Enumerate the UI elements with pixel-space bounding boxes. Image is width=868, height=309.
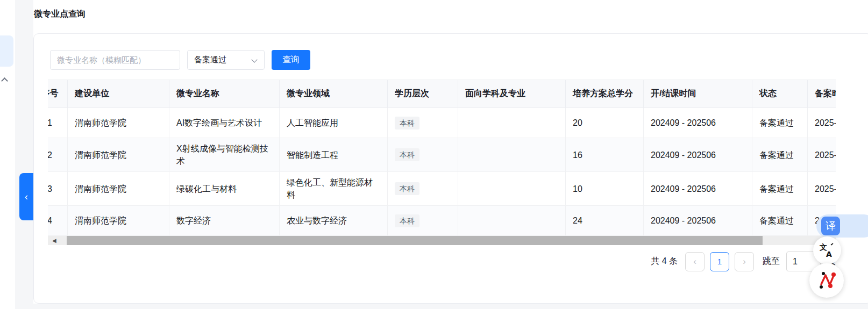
- cell-org: 渭南师范学院: [68, 108, 169, 138]
- translate-language-button[interactable]: 文 A: [813, 236, 841, 264]
- cell-level: 本科: [388, 206, 458, 236]
- cell-period: 202409 - 202506: [644, 172, 752, 206]
- cell-period: 202409 - 202506: [644, 206, 752, 236]
- cell-period: 202409 - 202506: [644, 108, 752, 138]
- table-row: 2渭南师范学院X射线成像与智能检测技术智能制造工程本科16202409 - 20…: [48, 138, 836, 172]
- cell-credits: 20: [566, 108, 644, 138]
- cell-status: 备案通过: [752, 138, 808, 172]
- pagination-jump-label: 跳至: [763, 256, 780, 267]
- search-button[interactable]: 查询: [272, 50, 310, 70]
- filter-bar: 备案通过 查询: [50, 50, 310, 70]
- pagination: 共 4 条 ‹ 1 › 跳至 页: [48, 251, 836, 271]
- col-level: 学历层次: [388, 80, 458, 108]
- cell-name: 绿碳化工与材料: [169, 172, 280, 206]
- active-menu-indicator[interactable]: [0, 35, 13, 67]
- horizontal-scrollbar[interactable]: ◀ ▶: [48, 236, 836, 245]
- col-majors: 面向学科及专业: [458, 80, 566, 108]
- pagination-total: 共 4 条: [651, 256, 678, 267]
- sidebar-collapse-button[interactable]: ‹: [19, 173, 33, 220]
- cell-seq: 3: [48, 172, 68, 206]
- cell-credits: 24: [566, 206, 644, 236]
- cell-majors: [458, 138, 566, 172]
- cell-record: 2025-: [808, 108, 836, 138]
- table-area: 序号建设单位微专业名称微专业领域学历层次面向学科及专业培养方案总学分开/结课时间…: [48, 80, 836, 245]
- cell-status: 备案通过: [752, 172, 808, 206]
- scrollbar-thumb[interactable]: [67, 236, 763, 245]
- cell-seq: 1: [48, 108, 68, 138]
- chevron-down-icon: [251, 56, 257, 62]
- pagination-next-button[interactable]: ›: [735, 252, 754, 271]
- page-title: 微专业点查询: [34, 9, 86, 20]
- table-row: 3渭南师范学院绿碳化工与材料绿色化工、新型能源材料本科10202409 - 20…: [48, 172, 836, 206]
- cell-level: 本科: [388, 108, 458, 138]
- col-seq: 序号: [48, 80, 68, 108]
- page-bottom-strip: [15, 304, 868, 309]
- cell-credits: 10: [566, 172, 644, 206]
- cell-level: 本科: [388, 172, 458, 206]
- table-scroll-viewport: 序号建设单位微专业名称微专业领域学历层次面向学科及专业培养方案总学分开/结课时间…: [48, 80, 836, 236]
- cell-level: 本科: [388, 138, 458, 172]
- level-tag: 本科: [395, 117, 419, 130]
- status-select[interactable]: 备案通过: [187, 50, 265, 70]
- cell-name: 数字经济: [169, 206, 280, 236]
- translate-icon: 文 A: [819, 242, 835, 258]
- name-search-input[interactable]: [50, 50, 180, 70]
- cell-period: 202409 - 202506: [644, 138, 752, 172]
- cell-field: 农业与数字经济: [280, 206, 388, 236]
- chevron-left-icon: ‹: [25, 191, 28, 203]
- query-card: 备案通过 查询 序号建设单位微专业名称微专业领域学历层次面向学科及专业培养方案总…: [33, 33, 868, 304]
- cell-seq: 4: [48, 206, 68, 236]
- page-gutter: [15, 0, 33, 309]
- cell-name: AI数字绘画与艺术设计: [169, 108, 280, 138]
- cell-field: 人工智能应用: [280, 108, 388, 138]
- cell-majors: [458, 172, 566, 206]
- cell-status: 备案通过: [752, 206, 808, 236]
- col-field: 微专业领域: [280, 80, 388, 108]
- cell-record: 2025-: [808, 172, 836, 206]
- scroll-left-icon[interactable]: ◀: [52, 238, 56, 243]
- level-tag: 本科: [395, 214, 419, 227]
- cell-field: 绿色化工、新型能源材料: [280, 172, 388, 206]
- col-name: 微专业名称: [169, 80, 280, 108]
- svg-text:A: A: [826, 250, 832, 258]
- table-row: 4渭南师范学院数字经济农业与数字经济本科24202409 - 202506备案通…: [48, 206, 836, 236]
- chevron-right-icon: ›: [743, 256, 746, 267]
- cell-majors: [458, 108, 566, 138]
- cell-field: 智能制造工程: [280, 138, 388, 172]
- col-status: 状态: [752, 80, 808, 108]
- col-record: 备案时间: [808, 80, 836, 108]
- cell-majors: [458, 206, 566, 236]
- translate-pill[interactable]: 译: [816, 214, 868, 238]
- chevron-left-icon: ‹: [693, 256, 696, 267]
- micro-major-table: 序号建设单位微专业名称微专业领域学历层次面向学科及专业培养方案总学分开/结课时间…: [48, 80, 836, 236]
- status-select-value: 备案通过: [194, 55, 226, 65]
- pagination-page-1[interactable]: 1: [710, 252, 729, 271]
- col-period: 开/结课时间: [644, 80, 752, 108]
- table-row: 1渭南师范学院AI数字绘画与艺术设计人工智能应用本科20202409 - 202…: [48, 108, 836, 138]
- cell-seq: 2: [48, 138, 68, 172]
- col-credits: 培养方案总学分: [566, 80, 644, 108]
- left-rail: [0, 0, 15, 309]
- cell-org: 渭南师范学院: [68, 172, 169, 206]
- cell-org: 渭南师范学院: [68, 206, 169, 236]
- col-org: 建设单位: [68, 80, 169, 108]
- translate-badge-icon[interactable]: 译: [821, 217, 840, 235]
- pagination-prev-button[interactable]: ‹: [685, 252, 705, 271]
- cell-record: 2025-: [808, 138, 836, 172]
- cell-status: 备案通过: [752, 108, 808, 138]
- level-tag: 本科: [395, 182, 419, 195]
- cell-credits: 16: [566, 138, 644, 172]
- level-tag: 本科: [395, 148, 419, 161]
- cell-name: X射线成像与智能检测技术: [169, 138, 280, 172]
- chevron-up-icon[interactable]: [2, 76, 8, 82]
- cell-org: 渭南师范学院: [68, 138, 169, 172]
- network-graph-button[interactable]: [809, 263, 844, 298]
- network-graph-icon: [816, 270, 837, 291]
- table-header-row: 序号建设单位微专业名称微专业领域学历层次面向学科及专业培养方案总学分开/结课时间…: [48, 80, 836, 108]
